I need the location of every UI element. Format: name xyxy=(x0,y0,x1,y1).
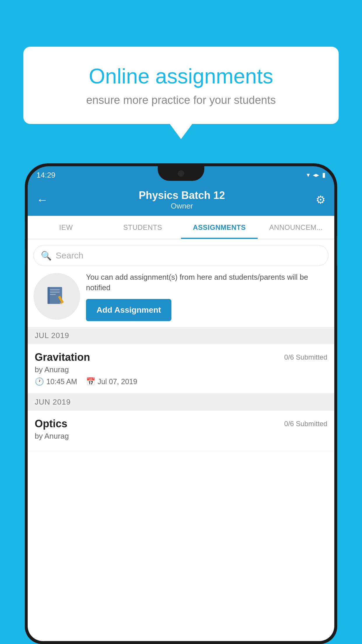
speech-bubble-area: Online assignments ensure more practice … xyxy=(23,47,339,124)
assignment-by: by Anurag xyxy=(35,365,327,374)
assignment-name-optics: Optics xyxy=(35,418,67,430)
phone-frame: 14:29 ▾ ◂▸ ▮ ← Physics Batch 12 Owner ⚙ … xyxy=(25,163,337,644)
volume-button-down xyxy=(25,248,25,265)
wifi-icon: ▾ xyxy=(307,171,310,179)
assignment-meta: 🕐 10:45 AM 📅 Jul 07, 2019 xyxy=(35,377,327,386)
submitted-badge-optics: 0/6 Submitted xyxy=(284,420,327,428)
power-button xyxy=(337,236,337,265)
back-button[interactable]: ← xyxy=(36,193,48,206)
tab-announcements[interactable]: ANNOUNCEM... xyxy=(258,216,334,239)
search-bar[interactable]: 🔍 Search xyxy=(34,245,328,266)
speech-bubble-subtitle: ensure more practice for your students xyxy=(44,94,318,106)
tab-students[interactable]: STUDENTS xyxy=(104,216,181,239)
svg-rect-4 xyxy=(50,294,56,295)
submitted-badge: 0/6 Submitted xyxy=(284,353,327,361)
meta-date-value: Jul 07, 2019 xyxy=(98,377,137,386)
phone-screen: 14:29 ▾ ◂▸ ▮ ← Physics Batch 12 Owner ⚙ … xyxy=(28,166,334,641)
screen-content: 🔍 Search xyxy=(28,239,334,641)
assignment-top: Gravitation 0/6 Submitted xyxy=(35,351,327,363)
section-header-jul: JUL 2019 xyxy=(28,327,334,344)
signal-icon: ◂▸ xyxy=(313,171,319,179)
svg-rect-3 xyxy=(50,292,60,293)
search-icon: 🔍 xyxy=(41,251,52,261)
status-icons: ▾ ◂▸ ▮ xyxy=(307,171,326,179)
meta-time: 🕐 10:45 AM xyxy=(35,377,77,386)
header-title: Physics Batch 12 xyxy=(139,189,225,202)
svg-rect-1 xyxy=(48,287,50,304)
assignment-item-optics[interactable]: Optics 0/6 Submitted by Anurag xyxy=(28,411,334,451)
notch xyxy=(158,166,204,181)
tab-assignments[interactable]: ASSIGNMENTS xyxy=(181,216,258,239)
section-header-jun: JUN 2019 xyxy=(28,393,334,411)
svg-rect-2 xyxy=(50,289,60,290)
meta-date: 📅 Jul 07, 2019 xyxy=(86,377,137,386)
battery-icon: ▮ xyxy=(322,171,326,179)
promo-text-side: You can add assignment(s) from here and … xyxy=(86,272,328,321)
app-header: ← Physics Batch 12 Owner ⚙ xyxy=(28,184,334,216)
header-subtitle: Owner xyxy=(139,202,225,211)
status-time: 14:29 xyxy=(36,171,55,180)
promo-icon-circle xyxy=(34,273,80,320)
speech-bubble-title: Online assignments xyxy=(44,64,318,88)
settings-button[interactable]: ⚙ xyxy=(316,193,326,206)
meta-time-value: 10:45 AM xyxy=(46,377,77,386)
header-center: Physics Batch 12 Owner xyxy=(139,189,225,211)
tab-bar: IEW STUDENTS ASSIGNMENTS ANNOUNCEM... xyxy=(28,216,334,239)
promo-card: You can add assignment(s) from here and … xyxy=(34,272,328,321)
calendar-icon: 📅 xyxy=(86,377,95,386)
assignment-by-optics: by Anurag xyxy=(35,432,327,441)
assignment-item-gravitation[interactable]: Gravitation 0/6 Submitted by Anurag 🕐 10… xyxy=(28,344,334,393)
volume-button-up xyxy=(25,222,25,239)
promo-description: You can add assignment(s) from here and … xyxy=(86,272,328,293)
assignment-name: Gravitation xyxy=(35,351,90,363)
assignment-top-optics: Optics 0/6 Submitted xyxy=(35,418,327,430)
search-input-placeholder[interactable]: Search xyxy=(56,251,83,260)
clock-icon: 🕐 xyxy=(35,377,44,386)
add-assignment-button[interactable]: Add Assignment xyxy=(86,299,171,321)
tab-iew[interactable]: IEW xyxy=(28,216,104,239)
speech-bubble: Online assignments ensure more practice … xyxy=(23,47,339,124)
front-camera xyxy=(178,170,184,177)
notebook-icon xyxy=(45,285,68,308)
